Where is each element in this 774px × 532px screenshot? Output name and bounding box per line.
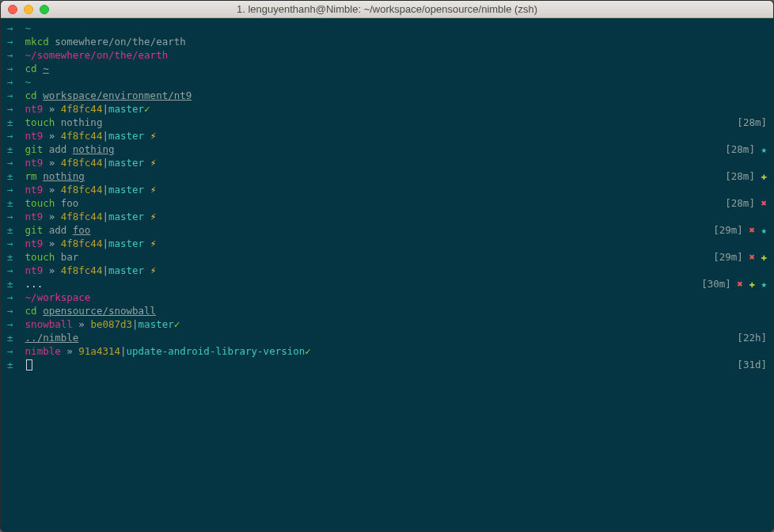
terminal-text: ⚡︎	[150, 130, 157, 142]
terminal-text: 4f8fc44	[61, 130, 103, 142]
terminal-text: master	[108, 157, 144, 169]
cursor-icon	[26, 359, 32, 370]
terminal-text: »	[43, 238, 61, 249]
terminal-text: »	[61, 345, 79, 357]
timestamp: [30m]	[701, 278, 731, 290]
terminal-line: ± rm nothing[28m] ✚	[7, 169, 767, 183]
terminal-text: ⚡︎	[150, 157, 157, 169]
window-controls	[8, 5, 49, 14]
terminal-line: → nt9 » 4f8fc44|master ⚡︎	[7, 183, 767, 196]
terminal-line: ± git add foo[29m] ✖ ★	[7, 223, 767, 237]
terminal-text: nothing	[73, 143, 115, 155]
minimize-icon[interactable]	[24, 5, 33, 14]
terminal-text: master	[108, 184, 144, 196]
terminal-line: → cd ~	[7, 62, 767, 75]
prompt-arrow-icon: →	[7, 89, 25, 101]
terminal-line: → nimble » 91a4314|update-android-librar…	[7, 344, 767, 358]
terminal-text: |	[102, 157, 108, 169]
terminal-text: nothing	[43, 170, 85, 182]
terminal-text: 4f8fc44	[61, 211, 103, 222]
prompt-arrow-icon: →	[7, 36, 25, 48]
terminal-text	[144, 157, 150, 169]
terminal-text: be087d3	[90, 318, 132, 330]
git-added-icon: ✚	[761, 251, 767, 263]
terminal-text: |	[102, 264, 108, 276]
prompt-plusminus-icon: ±	[7, 116, 25, 128]
terminal-line: → ~	[7, 75, 767, 89]
terminal-text: touch	[25, 251, 61, 263]
terminal-text: ⚡︎	[150, 238, 157, 249]
terminal-text: |	[102, 238, 108, 249]
terminal-line: → nt9 » 4f8fc44|master✓	[7, 102, 767, 116]
terminal-text	[144, 130, 150, 142]
close-icon[interactable]	[8, 5, 17, 14]
terminal-text: 4f8fc44	[61, 157, 103, 169]
terminal-text: ⚡︎	[150, 184, 157, 196]
terminal-text: ⚡︎	[150, 211, 157, 222]
terminal-text: mkcd	[25, 36, 55, 48]
terminal-text: nt9	[25, 264, 44, 276]
terminal-line: ± ...[30m] ✖ ✚ ★	[7, 277, 767, 291]
terminal-text: touch	[25, 197, 61, 209]
terminal-text: snowball	[25, 318, 73, 330]
terminal-text: »	[43, 103, 61, 115]
terminal-text: ~	[43, 63, 49, 74]
prompt-arrow-icon: →	[7, 103, 25, 115]
terminal-line: → ~/somewhere/on/the/earth	[7, 48, 767, 62]
prompt-plusminus-icon: ±	[7, 170, 25, 182]
terminal-text: nt9	[25, 157, 44, 169]
terminal-text: master	[138, 318, 174, 330]
prompt-arrow-icon: →	[7, 238, 25, 249]
terminal-text	[144, 184, 150, 196]
terminal-line: → ~/workspace	[7, 291, 767, 304]
terminal-text: »	[43, 157, 61, 169]
terminal-text: 4f8fc44	[61, 238, 103, 249]
terminal-line: ± touch bar[29m] ✖ ✚	[7, 250, 767, 264]
terminal-line: → nt9 » 4f8fc44|master ⚡︎	[7, 210, 767, 223]
terminal-text: master	[108, 264, 144, 276]
titlebar: 1. lenguyenthanh@Nimble: ~/workspace/ope…	[1, 1, 773, 18]
git-staged-icon: ★	[761, 278, 767, 290]
timestamp: [31d]	[737, 359, 767, 370]
terminal-text: add	[49, 143, 73, 155]
terminal-text: update-android-library-version	[127, 345, 305, 357]
terminal-text	[144, 211, 150, 222]
timestamp: [28m]	[725, 143, 755, 155]
terminal-text: |	[102, 103, 108, 115]
terminal-text: »	[43, 264, 61, 276]
terminal-text: rm	[25, 170, 44, 182]
window-title: 1. lenguyenthanh@Nimble: ~/workspace/ope…	[1, 3, 773, 15]
terminal-text: git	[25, 143, 49, 155]
terminal-body[interactable]: → ~→ mkcd somewhere/on/the/earth→ ~/some…	[1, 18, 773, 531]
prompt-arrow-icon: →	[7, 318, 25, 330]
git-added-icon: ✚	[749, 278, 755, 290]
git-dirty-icon: ✖	[749, 251, 755, 263]
terminal-text: master	[108, 103, 144, 115]
prompt-plusminus-icon: ±	[7, 197, 25, 209]
timestamp: [29m]	[713, 224, 743, 236]
terminal-line: → cd workspace/environment/nt9	[7, 89, 767, 102]
terminal-text: ~	[25, 76, 32, 88]
zoom-icon[interactable]	[40, 5, 49, 14]
terminal-text: nt9	[25, 184, 44, 196]
timestamp: [28m]	[737, 116, 767, 128]
terminal-text: |	[120, 345, 127, 357]
right-status: [28m] ★	[725, 142, 767, 156]
terminal-text: |	[132, 318, 138, 330]
terminal-text: cd	[25, 305, 44, 317]
terminal-text: »	[43, 211, 61, 222]
terminal-line: → ~	[7, 21, 767, 35]
terminal-text: nimble	[25, 345, 61, 357]
prompt-plusminus-icon: ±	[7, 251, 25, 263]
terminal-text: master	[108, 211, 144, 222]
timestamp: [29m]	[713, 251, 743, 263]
terminal-text: master	[108, 130, 144, 142]
terminal-text: »	[43, 184, 61, 196]
git-dirty-icon: ✖	[761, 197, 767, 209]
right-status: [28m] ✚	[725, 169, 767, 183]
right-status: [22h]	[737, 331, 767, 344]
git-dirty-icon: ✖	[749, 224, 755, 236]
prompt-arrow-icon: →	[7, 345, 25, 357]
terminal-text: |	[102, 184, 108, 196]
git-dirty-icon: ✖	[737, 278, 743, 290]
